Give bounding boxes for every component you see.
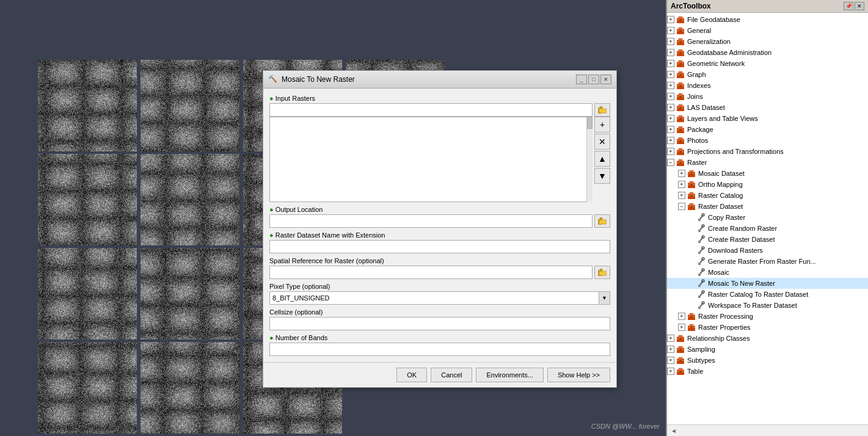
tree-item-graph[interactable]: + Graph bbox=[667, 69, 868, 80]
tree-item-geometric-network[interactable]: + Geometric Network bbox=[667, 58, 868, 69]
tree-item-subtypes[interactable]: + Subtypes bbox=[667, 355, 868, 366]
expand-geodatabase-admin[interactable]: + bbox=[667, 49, 674, 56]
tree-item-raster[interactable]: − Raster bbox=[667, 157, 868, 168]
svg-rect-46 bbox=[679, 115, 683, 118]
tree-item-mosaic[interactable]: Mosaic bbox=[667, 267, 868, 278]
scrollbar-thumb[interactable] bbox=[587, 117, 593, 129]
tree-item-generate-raster-from-fun[interactable]: Generate Raster From Raster Fun... bbox=[667, 256, 868, 267]
tree-item-raster-catalog-to-raster[interactable]: Raster Catalog To Raster Dataset bbox=[667, 289, 868, 300]
expand-sampling[interactable]: + bbox=[667, 346, 674, 353]
svg-rect-50 bbox=[679, 126, 683, 129]
expand-generalization[interactable]: + bbox=[667, 38, 674, 45]
tree-item-mosaic-to-new-raster[interactable]: Mosaic To New Raster bbox=[667, 278, 868, 289]
list-down-button[interactable]: ▼ bbox=[594, 168, 610, 184]
expand-package[interactable]: + bbox=[667, 126, 674, 133]
expand-table[interactable]: + bbox=[667, 368, 674, 375]
svg-rect-38 bbox=[679, 93, 683, 96]
dialog-minimize-button[interactable]: _ bbox=[576, 74, 587, 84]
output-location-browse-button[interactable] bbox=[594, 214, 610, 228]
list-up-button[interactable]: ▲ bbox=[594, 151, 610, 167]
left-panel: 🔨 Mosaic To New Raster _ □ ✕ Input Raste… bbox=[0, 0, 666, 436]
tree-item-layers-table-views[interactable]: + Layers and Table Views bbox=[667, 113, 868, 124]
tree-item-general[interactable]: + General bbox=[667, 25, 868, 36]
tree-item-relationship-classes[interactable]: + Relationship Classes bbox=[667, 333, 868, 344]
spatial-reference-input[interactable] bbox=[269, 266, 593, 279]
input-rasters-browse-button[interactable] bbox=[594, 103, 610, 117]
input-rasters-input[interactable] bbox=[269, 103, 593, 117]
tree-item-joins[interactable]: + Joins bbox=[667, 91, 868, 102]
ok-button[interactable]: OK bbox=[396, 368, 427, 382]
pixel-type-dropdown[interactable]: 8_BIT_UNSIGNED ▼ bbox=[269, 291, 610, 305]
show-help-button[interactable]: Show Help >> bbox=[547, 368, 610, 382]
environments-button[interactable]: Environments... bbox=[476, 368, 543, 382]
tree-label-ortho-mapping: Ortho Mapping bbox=[698, 181, 743, 188]
list-remove-button[interactable]: ✕ bbox=[594, 134, 610, 150]
expand-raster-dataset[interactable]: − bbox=[678, 203, 685, 210]
expand-raster-processing[interactable]: + bbox=[678, 313, 685, 320]
svg-rect-16 bbox=[679, 30, 681, 32]
expand-general[interactable]: + bbox=[667, 27, 674, 34]
pixel-type-arrow[interactable]: ▼ bbox=[599, 292, 610, 304]
list-scrollbar[interactable] bbox=[586, 117, 593, 202]
expand-layers-table-views[interactable]: + bbox=[667, 115, 674, 122]
toolbox-tree[interactable]: + File Geodatabase+ General+ bbox=[667, 13, 868, 424]
expand-photos[interactable]: + bbox=[667, 137, 674, 144]
tree-item-mosaic-dataset[interactable]: + Mosaic Dataset bbox=[667, 168, 868, 179]
tree-item-create-random-raster[interactable]: Create Random Raster bbox=[667, 223, 868, 234]
expand-ortho-mapping[interactable]: + bbox=[678, 181, 685, 188]
tree-item-raster-processing[interactable]: + Raster Processing bbox=[667, 311, 868, 322]
raster-name-input[interactable] bbox=[269, 240, 610, 253]
svg-rect-101 bbox=[698, 285, 701, 287]
tree-item-generalization[interactable]: + Generalization bbox=[667, 36, 868, 47]
tree-item-indexes[interactable]: + Indexes bbox=[667, 80, 868, 91]
expand-relationship-classes[interactable]: + bbox=[667, 335, 674, 342]
toolbox-pin-button[interactable]: 📌 bbox=[844, 2, 853, 10]
tree-item-photos[interactable]: + Photos bbox=[667, 135, 868, 146]
expand-indexes[interactable]: + bbox=[667, 82, 674, 89]
tree-item-copy-raster[interactable]: Copy Raster bbox=[667, 212, 868, 223]
expand-raster-properties[interactable]: + bbox=[678, 324, 685, 331]
input-rasters-list[interactable] bbox=[269, 117, 593, 202]
cellsize-input[interactable] bbox=[269, 317, 610, 330]
expand-file-geodatabase[interactable]: + bbox=[667, 16, 674, 23]
expand-raster[interactable]: − bbox=[667, 159, 674, 166]
toolbox-close-button[interactable]: ✕ bbox=[855, 2, 864, 10]
nav-left-arrow[interactable]: ◄ bbox=[669, 426, 678, 435]
list-add-button[interactable]: + bbox=[594, 117, 610, 133]
svg-rect-8 bbox=[599, 271, 607, 275]
expand-geometric-network[interactable]: + bbox=[667, 60, 674, 67]
cancel-button[interactable]: Cancel bbox=[431, 368, 472, 382]
num-bands-input[interactable] bbox=[269, 343, 610, 356]
tree-item-las-dataset[interactable]: + LAS Dataset bbox=[667, 102, 868, 113]
dialog-titlebar[interactable]: 🔨 Mosaic To New Raster _ □ ✕ bbox=[263, 71, 616, 89]
tree-item-raster-catalog[interactable]: + Raster Catalog bbox=[667, 190, 868, 201]
tree-item-package[interactable]: + Package bbox=[667, 124, 868, 135]
tree-item-sampling[interactable]: + Sampling bbox=[667, 344, 868, 355]
tree-item-workspace-to-raster[interactable]: Workspace To Raster Dataset bbox=[667, 300, 868, 311]
tree-item-geodatabase-admin[interactable]: + Geodatabase Administration bbox=[667, 47, 868, 58]
expand-projections-transforms[interactable]: + bbox=[667, 148, 674, 155]
svg-rect-60 bbox=[679, 151, 681, 153]
tree-item-ortho-mapping[interactable]: + Ortho Mapping bbox=[667, 179, 868, 190]
expand-las-dataset[interactable]: + bbox=[667, 104, 674, 111]
expand-raster-catalog[interactable]: + bbox=[678, 192, 685, 199]
tree-item-create-raster-dataset[interactable]: Create Raster Dataset bbox=[667, 234, 868, 245]
dialog-close-button[interactable]: ✕ bbox=[600, 74, 611, 84]
svg-rect-26 bbox=[679, 60, 683, 63]
raster-name-label: Raster Dataset Name with Extension bbox=[269, 231, 610, 239]
tree-item-download-rasters[interactable]: Download Rasters bbox=[667, 245, 868, 256]
expand-graph[interactable]: + bbox=[667, 71, 674, 78]
tree-item-file-geodatabase[interactable]: + File Geodatabase bbox=[667, 14, 868, 25]
output-location-input[interactable] bbox=[269, 214, 593, 228]
tree-item-projections-transforms[interactable]: + Projections and Transformations bbox=[667, 146, 868, 157]
expand-mosaic-dataset[interactable]: + bbox=[678, 170, 685, 177]
dialog-restore-button[interactable]: □ bbox=[588, 74, 599, 84]
input-rasters-section: Input Rasters + ✕ bbox=[269, 95, 610, 202]
tree-item-raster-properties[interactable]: + Raster Properties bbox=[667, 322, 868, 333]
expand-subtypes[interactable]: + bbox=[667, 357, 674, 364]
expand-joins[interactable]: + bbox=[667, 93, 674, 100]
tree-item-raster-dataset[interactable]: − Raster Dataset bbox=[667, 201, 868, 212]
mosaic-dialog: 🔨 Mosaic To New Raster _ □ ✕ Input Raste… bbox=[263, 70, 617, 388]
spatial-reference-browse-button[interactable] bbox=[594, 266, 610, 279]
tree-item-table[interactable]: + Table bbox=[667, 366, 868, 377]
